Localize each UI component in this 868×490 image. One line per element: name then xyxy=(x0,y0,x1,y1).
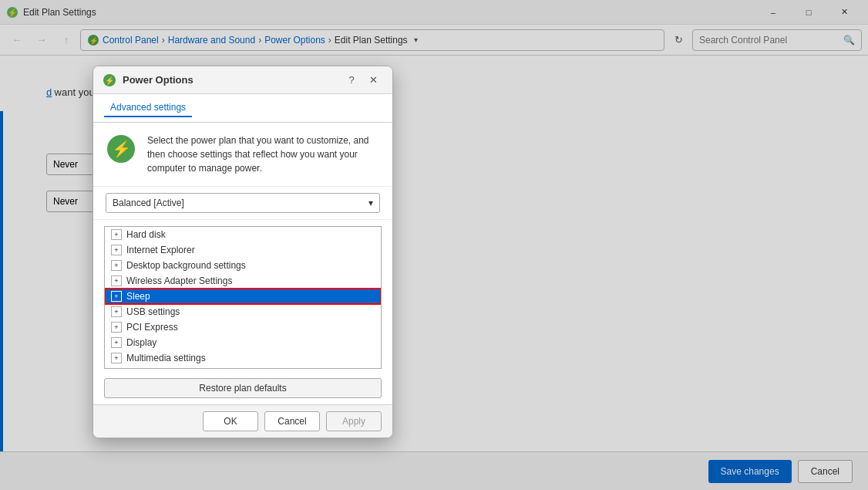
dialog-info-section: ⚡ Select the power plan that you want to… xyxy=(93,123,392,187)
expand-pci[interactable]: + xyxy=(111,322,122,333)
settings-item-sleep[interactable]: + Sleep xyxy=(105,289,381,304)
expand-sleep[interactable]: + xyxy=(111,291,122,302)
dialog-tabs: Advanced settings xyxy=(93,94,392,123)
dialog-icon: ⚡ xyxy=(103,73,116,87)
plan-selected-label: Balanced [Active] xyxy=(113,198,184,208)
dialog-controls: ? ✕ xyxy=(341,70,383,90)
plan-dropdown-icon: ▾ xyxy=(368,198,373,208)
expand-desktop-bg[interactable]: + xyxy=(111,260,122,271)
apply-button[interactable]: Apply xyxy=(326,411,382,431)
settings-item-ie[interactable]: + Internet Explorer xyxy=(105,242,381,258)
settings-item-display[interactable]: + Display xyxy=(105,335,381,350)
settings-item-hard-disk[interactable]: + Hard disk xyxy=(105,227,381,242)
dialog-title-bar: ⚡ Power Options ? ✕ xyxy=(93,66,392,94)
settings-item-pci[interactable]: + PCI Express xyxy=(105,319,381,335)
dialog-close-button[interactable]: ✕ xyxy=(363,70,383,90)
power-icon: ⚡ xyxy=(106,133,136,164)
power-options-dialog: ⚡ Power Options ? ✕ Advanced settings ⚡ … xyxy=(93,66,393,438)
svg-text:⚡: ⚡ xyxy=(112,140,131,158)
settings-item-usb[interactable]: + USB settings xyxy=(105,304,381,319)
settings-item-desktop-bg[interactable]: + Desktop background settings xyxy=(105,258,381,273)
expand-multimedia[interactable]: + xyxy=(111,353,122,363)
dialog-help-button[interactable]: ? xyxy=(341,70,362,90)
tab-advanced-settings[interactable]: Advanced settings xyxy=(104,99,192,117)
settings-item-wireless[interactable]: + Wireless Adapter Settings xyxy=(105,273,381,289)
ok-button[interactable]: OK xyxy=(203,411,258,431)
dialog-body: Advanced settings ⚡ Select the power pla… xyxy=(93,94,392,404)
expand-hard-disk[interactable]: + xyxy=(111,229,122,240)
dialog-title: Power Options xyxy=(123,74,341,86)
expand-wireless[interactable]: + xyxy=(111,275,122,286)
plan-dropdown[interactable]: Balanced [Active] ▾ xyxy=(106,193,380,213)
dialog-cancel-button[interactable]: Cancel xyxy=(264,411,320,431)
plan-select-row: Balanced [Active] ▾ xyxy=(93,187,392,220)
expand-usb[interactable]: + xyxy=(111,306,122,317)
svg-text:⚡: ⚡ xyxy=(105,76,115,86)
expand-display[interactable]: + xyxy=(111,337,122,348)
expand-ie[interactable]: + xyxy=(111,245,122,255)
restore-defaults-button[interactable]: Restore plan defaults xyxy=(104,378,382,398)
settings-list[interactable]: + Hard disk + Internet Explorer + Deskto… xyxy=(104,226,382,369)
dialog-info-text: Select the power plan that you want to c… xyxy=(147,133,380,175)
settings-item-multimedia[interactable]: + Multimedia settings xyxy=(105,350,381,366)
dialog-footer: OK Cancel Apply xyxy=(93,404,392,438)
